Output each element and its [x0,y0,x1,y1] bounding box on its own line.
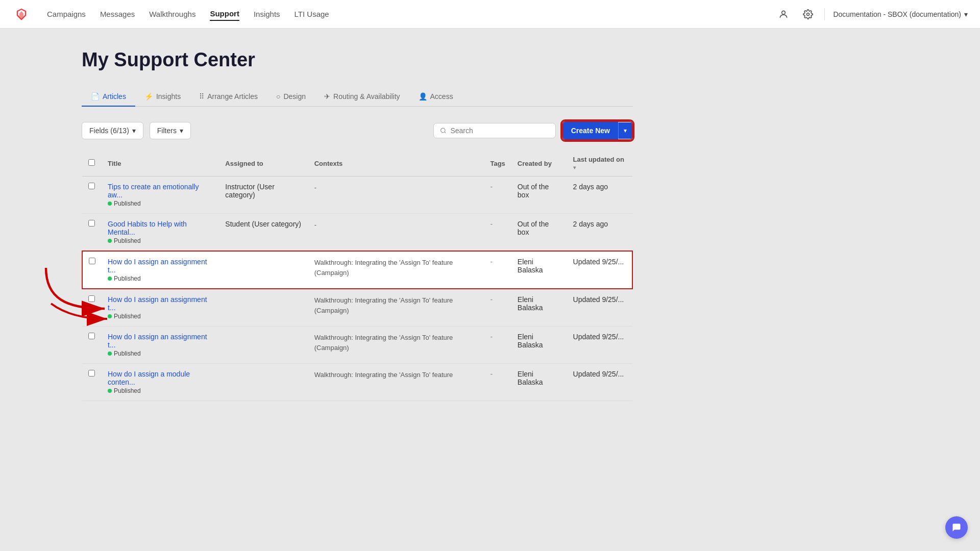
col-header-assigned-to: Assigned to [219,151,308,177]
row-contexts-cell: - [308,214,484,252]
nav-link-lti-usage[interactable]: LTI Usage [295,8,329,20]
nav-right: Documentation - SBOX (documentation) ▾ [775,6,968,22]
created-by-value: Out of the box [518,183,549,199]
row-assigned-to-cell: Instructor (User category) [219,177,308,214]
chat-bubble[interactable] [945,516,968,539]
nav-link-messages[interactable]: Messages [100,8,135,20]
tab-icon: 👤 [419,92,427,101]
row-checkbox-cell [82,364,102,401]
status-label: Published [114,200,141,207]
row-checkbox[interactable] [88,295,95,302]
row-checkbox[interactable] [88,333,95,339]
status-dot [108,389,112,393]
contexts-value: - [314,221,316,229]
article-title-link[interactable]: Tips to create an emotionally aw... [108,183,213,199]
nav-link-support[interactable]: Support [210,7,239,21]
tab-label: Access [430,92,453,101]
table-row: Good Habits to Help with Mental... Publi… [82,214,632,252]
last-updated-value: Updated 9/25/... [573,370,624,378]
col-header-contexts: Contexts [308,151,484,177]
article-title-link[interactable]: How do I assign an assignment t... [108,333,213,349]
article-title-link[interactable]: Good Habits to Help with Mental... [108,220,213,236]
create-new-caret-icon: ▾ [624,127,627,134]
fields-chevron-icon: ▾ [132,127,136,135]
row-checkbox[interactable] [89,258,95,264]
table-row: How do I assign an assignment t... Publi… [82,289,632,327]
article-title-link[interactable]: How do I assign an assignment t... [108,258,213,274]
table-row: How do I assign an assignment t... Publi… [82,327,632,364]
nav-link-walkthroughs[interactable]: Walkthroughs [149,8,195,20]
row-contexts-cell: Walkthrough: Integrating the 'Assign To'… [308,251,484,289]
last-updated-value: Updated 9/25/... [573,333,624,341]
filters-label: Filters [157,127,177,135]
create-new-button-group: Create New ▾ [562,121,633,140]
create-new-main-button[interactable]: Create New [563,122,618,139]
status-label: Published [114,350,141,357]
nav-link-insights[interactable]: Insights [254,8,280,20]
row-assigned-to-cell [219,251,308,289]
search-input[interactable] [450,127,549,135]
row-assigned-to-cell [219,289,308,327]
row-checkbox-cell [82,251,102,289]
tags-value: - [490,370,493,378]
user-icon-button[interactable] [775,6,792,22]
tab-arrange-articles[interactable]: ⠿Arrange Articles [190,87,267,107]
status-badge: Published [108,237,141,244]
col-header-created-by: Created by [511,151,567,177]
tags-value: - [490,258,493,266]
row-checkbox-cell [82,214,102,252]
table-row: Tips to create an emotionally aw... Publ… [82,177,632,214]
row-checkbox[interactable] [88,183,95,189]
svg-point-2 [807,13,810,15]
tab-icon: ○ [276,92,280,101]
contexts-value: Walkthrough: Integrating the 'Assign To'… [314,334,453,352]
tags-value: - [490,295,493,304]
tab-icon: ⠿ [199,92,204,101]
row-created-by-cell: Eleni Balaska [511,289,567,327]
logo[interactable] [12,5,31,23]
tab-icon: 📄 [91,92,100,101]
tab-access[interactable]: 👤Access [409,87,462,107]
article-title-link[interactable]: How do I assign a module conten... [108,370,213,386]
status-dot [108,314,112,318]
filters-button[interactable]: Filters ▾ [150,122,191,139]
row-last-updated-cell: Updated 9/25/... [567,289,632,327]
fields-filter-button[interactable]: Fields (6/13) ▾ [82,122,143,139]
page-title: My Support Center [82,49,633,71]
settings-icon-button[interactable] [800,6,816,22]
nav-link-campaigns[interactable]: Campaigns [47,8,86,20]
workspace-chevron-icon: ▾ [964,10,968,18]
workspace-selector[interactable]: Documentation - SBOX (documentation) ▾ [833,10,968,18]
select-all-checkbox[interactable] [88,159,95,166]
tab-design[interactable]: ○Design [267,87,315,107]
article-title-link[interactable]: How do I assign an assignment t... [108,295,213,312]
last-updated-value: 2 days ago [573,220,608,228]
tab-label: Routing & Availability [333,92,400,101]
assigned-to-value: Instructor (User category) [225,183,274,199]
contexts-value: Walkthrough: Integrating the 'Assign To'… [314,296,453,314]
row-contexts-cell: Walkthrough: Integrating the 'Assign To'… [308,364,484,401]
table-row: How do I assign a module conten... Publi… [82,364,632,401]
tab-routing-&-availability[interactable]: ✈Routing & Availability [315,87,409,107]
sub-tabs: 📄Articles⚡Insights⠿Arrange Articles○Desi… [82,87,633,107]
tags-value: - [490,183,493,191]
chat-icon [951,522,962,533]
created-by-value: Out of the box [518,220,549,236]
topnav: CampaignsMessagesWalkthroughsSupportInsi… [0,0,980,29]
table-header: Title Assigned to Contexts Tags Created … [82,151,632,177]
tab-label: Articles [103,92,126,101]
row-contexts-cell: Walkthrough: Integrating the 'Assign To'… [308,327,484,364]
row-last-updated-cell: 2 days ago [567,177,632,214]
row-created-by-cell: Eleni Balaska [511,364,567,401]
last-updated-value: 2 days ago [573,183,608,191]
tab-insights[interactable]: ⚡Insights [135,87,190,107]
row-checkbox[interactable] [88,220,95,227]
row-checkbox[interactable] [88,370,95,377]
row-checkbox-cell [82,327,102,364]
status-label: Published [114,237,141,244]
create-new-caret-button[interactable]: ▾ [618,122,632,139]
row-title-cell: How do I assign an assignment t... Publi… [102,251,219,289]
row-title-cell: Good Habits to Help with Mental... Publi… [102,214,219,252]
status-dot [108,239,112,243]
tab-articles[interactable]: 📄Articles [82,87,135,107]
